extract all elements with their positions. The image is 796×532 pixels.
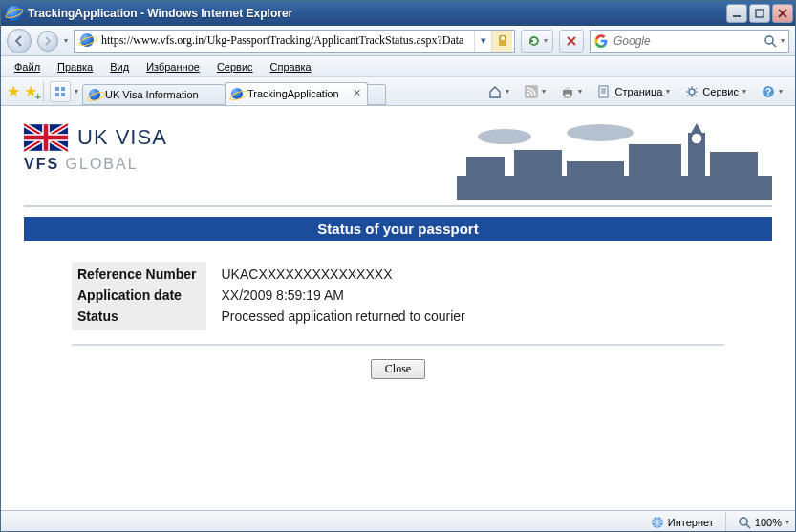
svg-point-41 <box>740 518 747 525</box>
globe-icon <box>651 516 664 529</box>
status-banner: Status of your passport <box>24 217 772 241</box>
status-bar: Интернет 100% ▾ <box>1 510 795 532</box>
window-title: TrackingApplication - Windows Internet E… <box>28 7 292 20</box>
menu-favorites[interactable]: Избранное <box>139 59 207 74</box>
svg-rect-17 <box>565 94 570 97</box>
svg-line-8 <box>772 43 776 47</box>
refresh-button[interactable]: ▾ <box>521 30 553 53</box>
page-viewport: UK VISA VFS GLOBAL <box>1 106 795 510</box>
print-button[interactable]: ▾ <box>554 80 589 103</box>
svg-point-14 <box>527 93 530 96</box>
svg-rect-32 <box>629 144 681 185</box>
tab-close-icon[interactable]: ✕ <box>353 87 361 99</box>
svg-rect-31 <box>567 161 624 185</box>
label-appdate: Application date <box>77 285 197 306</box>
svg-line-42 <box>746 524 750 528</box>
maximize-button[interactable] <box>749 4 770 23</box>
menu-file[interactable]: Файл <box>7 59 48 74</box>
stop-button[interactable] <box>559 30 584 53</box>
page-menu-label: Страница <box>614 86 662 97</box>
command-bar: ★ ★+ ▾ UK Visa Information TrackingAppli… <box>1 77 795 106</box>
forward-button[interactable] <box>37 31 58 52</box>
zoom-value: 100% <box>755 517 782 528</box>
svg-point-38 <box>478 129 531 144</box>
svg-rect-1 <box>756 10 764 17</box>
tab-strip: UK Visa Information TrackingApplication … <box>82 78 478 105</box>
svg-rect-37 <box>710 152 758 185</box>
tab-favicon-icon <box>89 89 100 100</box>
close-button[interactable]: Close <box>371 359 425 379</box>
quick-tabs-dropdown[interactable]: ▾ <box>75 87 78 96</box>
window-titlebar: TrackingApplication - Windows Internet E… <box>1 1 795 26</box>
divider <box>24 205 772 207</box>
label-status: Status <box>77 306 197 327</box>
svg-point-7 <box>765 36 773 44</box>
menu-view[interactable]: Вид <box>102 59 137 74</box>
help-button[interactable]: ?▾ <box>755 80 789 103</box>
menu-help[interactable]: Справка <box>263 59 319 74</box>
close-window-button[interactable] <box>772 4 793 23</box>
menu-tools[interactable]: Сервис <box>209 59 261 74</box>
separator <box>43 81 44 102</box>
google-icon <box>594 34 608 48</box>
page-favicon-icon <box>80 33 96 49</box>
zoom-dropdown[interactable]: ▾ <box>785 518 789 526</box>
navigation-bar: ▾ ▾ ▾ ▾ <box>1 26 795 56</box>
city-skyline-image <box>457 123 772 200</box>
zoom-control[interactable]: 100% ▾ <box>738 516 789 529</box>
search-input[interactable] <box>612 32 760 51</box>
lock-icon <box>491 31 512 52</box>
label-reference: Reference Number <box>77 264 197 285</box>
status-table: Reference Number Application date Status… <box>72 262 724 330</box>
svg-rect-9 <box>55 87 59 91</box>
page-icon <box>597 85 611 98</box>
quick-tabs-button[interactable] <box>50 81 71 102</box>
zone-label: Интернет <box>668 517 714 528</box>
value-reference: UKACXXXXXXXXXXXXXXX <box>222 264 465 285</box>
favorites-star-icon[interactable]: ★ <box>7 82 20 100</box>
svg-point-19 <box>689 89 695 95</box>
svg-rect-11 <box>55 93 59 96</box>
svg-rect-29 <box>466 157 505 185</box>
ie-logo-icon <box>7 6 22 21</box>
search-dropdown[interactable]: ▾ <box>781 36 785 45</box>
back-button[interactable] <box>7 29 32 53</box>
uk-flag-icon <box>24 123 68 152</box>
brand-title: UK VISA <box>77 125 167 150</box>
page-menu-button[interactable]: Страница▾ <box>591 80 677 103</box>
nav-history-dropdown[interactable]: ▾ <box>64 36 68 45</box>
svg-rect-18 <box>599 86 608 97</box>
rss-icon <box>525 85 538 98</box>
security-zone[interactable]: Интернет <box>651 516 714 529</box>
svg-rect-16 <box>565 87 570 90</box>
tab-tracking-application[interactable]: TrackingApplication ✕ <box>225 82 368 105</box>
menu-bar: Файл Правка Вид Избранное Сервис Справка <box>1 56 795 77</box>
home-button[interactable]: ▾ <box>482 80 516 103</box>
separator <box>725 512 726 533</box>
svg-point-39 <box>567 124 634 141</box>
value-status: Processed application returned to courie… <box>222 306 465 327</box>
search-box[interactable]: ▾ <box>590 30 789 53</box>
tools-menu-label: Сервис <box>702 86 739 97</box>
address-bar[interactable]: ▾ <box>74 30 515 53</box>
tab-label: TrackingApplication <box>247 88 339 99</box>
svg-rect-12 <box>61 93 65 96</box>
new-tab-button[interactable] <box>367 84 386 105</box>
brand-subtitle: VFS GLOBAL <box>24 156 167 173</box>
search-go-icon[interactable] <box>764 34 777 48</box>
svg-rect-26 <box>24 136 68 140</box>
svg-rect-30 <box>514 150 562 185</box>
menu-edit[interactable]: Правка <box>50 59 100 74</box>
tab-uk-visa-info[interactable]: UK Visa Information <box>82 84 226 105</box>
tools-menu-button[interactable]: Сервис▾ <box>678 80 753 103</box>
svg-rect-4 <box>499 40 506 46</box>
print-icon <box>561 85 574 98</box>
svg-rect-10 <box>61 87 65 91</box>
minimize-button[interactable] <box>726 4 747 23</box>
value-appdate: XX/2009 8:59:19 AM <box>222 285 465 306</box>
add-favorite-icon[interactable]: ★+ <box>24 82 37 100</box>
feeds-button[interactable]: ▾ <box>518 80 552 103</box>
url-input[interactable] <box>99 32 474 51</box>
address-dropdown[interactable]: ▾ <box>474 31 491 52</box>
home-icon <box>488 85 502 98</box>
